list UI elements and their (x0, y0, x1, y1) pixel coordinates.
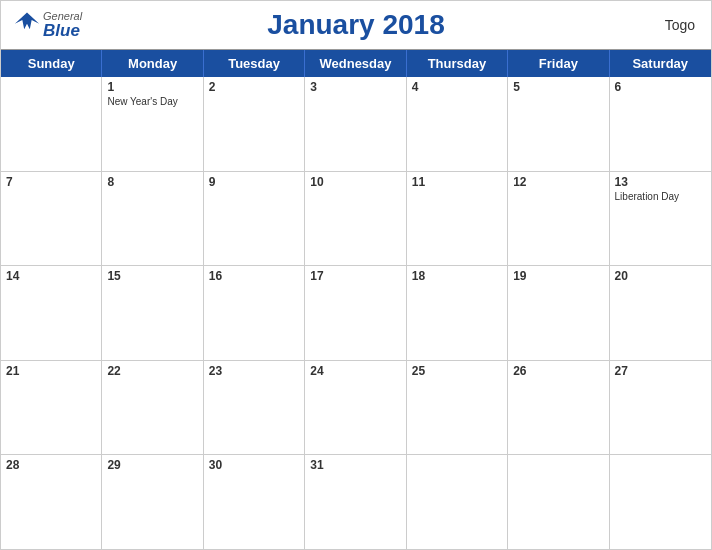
day-headers-row: SundayMondayTuesdayWednesdayThursdayFrid… (1, 50, 711, 77)
day-number: 5 (513, 80, 603, 94)
day-number: 10 (310, 175, 400, 189)
day-header-friday: Friday (508, 50, 609, 77)
day-cell: 10 (305, 172, 406, 266)
day-header-thursday: Thursday (407, 50, 508, 77)
day-cell: 1New Year's Day (102, 77, 203, 171)
day-cell: 29 (102, 455, 203, 549)
week-row-2: 14151617181920 (1, 266, 711, 361)
day-header-wednesday: Wednesday (305, 50, 406, 77)
calendar-grid: SundayMondayTuesdayWednesdayThursdayFrid… (1, 49, 711, 549)
day-number: 20 (615, 269, 706, 283)
day-cell: 26 (508, 361, 609, 455)
day-cell: 2 (204, 77, 305, 171)
day-header-saturday: Saturday (610, 50, 711, 77)
day-number: 23 (209, 364, 299, 378)
day-header-monday: Monday (102, 50, 203, 77)
bird-icon (13, 11, 41, 39)
day-cell: 22 (102, 361, 203, 455)
day-cell (407, 455, 508, 549)
day-number: 22 (107, 364, 197, 378)
day-number: 1 (107, 80, 197, 94)
day-number: 28 (6, 458, 96, 472)
day-cell: 15 (102, 266, 203, 360)
day-number: 16 (209, 269, 299, 283)
day-number: 21 (6, 364, 96, 378)
day-cell: 7 (1, 172, 102, 266)
day-cell: 30 (204, 455, 305, 549)
day-cell: 14 (1, 266, 102, 360)
day-number: 2 (209, 80, 299, 94)
day-cell: 4 (407, 77, 508, 171)
calendar-title: January 2018 (267, 9, 444, 41)
day-cell: 25 (407, 361, 508, 455)
day-cell: 11 (407, 172, 508, 266)
day-number: 29 (107, 458, 197, 472)
calendar-header: General Blue January 2018 Togo (1, 1, 711, 49)
day-cell: 5 (508, 77, 609, 171)
day-cell: 18 (407, 266, 508, 360)
day-number: 27 (615, 364, 706, 378)
day-number: 11 (412, 175, 502, 189)
day-cell: 23 (204, 361, 305, 455)
week-row-0: 1New Year's Day23456 (1, 77, 711, 172)
day-number: 31 (310, 458, 400, 472)
svg-marker-0 (15, 13, 39, 30)
day-cell (610, 455, 711, 549)
day-cell: 31 (305, 455, 406, 549)
day-cell: 6 (610, 77, 711, 171)
day-number: 19 (513, 269, 603, 283)
day-number: 30 (209, 458, 299, 472)
week-row-3: 21222324252627 (1, 361, 711, 456)
day-number: 15 (107, 269, 197, 283)
day-number: 12 (513, 175, 603, 189)
day-number: 7 (6, 175, 96, 189)
week-row-1: 78910111213Liberation Day (1, 172, 711, 267)
day-cell: 12 (508, 172, 609, 266)
day-cell: 24 (305, 361, 406, 455)
weeks-container: 1New Year's Day2345678910111213Liberatio… (1, 77, 711, 549)
day-cell: 8 (102, 172, 203, 266)
day-cell: 13Liberation Day (610, 172, 711, 266)
logo: General Blue (13, 10, 82, 41)
day-number: 25 (412, 364, 502, 378)
day-cell: 20 (610, 266, 711, 360)
day-number: 24 (310, 364, 400, 378)
day-number: 26 (513, 364, 603, 378)
day-number: 17 (310, 269, 400, 283)
day-number: 3 (310, 80, 400, 94)
day-cell (1, 77, 102, 171)
day-number: 6 (615, 80, 706, 94)
day-cell: 16 (204, 266, 305, 360)
day-cell (508, 455, 609, 549)
day-cell: 28 (1, 455, 102, 549)
holiday-name: New Year's Day (107, 96, 197, 108)
day-number: 14 (6, 269, 96, 283)
day-header-sunday: Sunday (1, 50, 102, 77)
day-cell: 3 (305, 77, 406, 171)
day-cell: 17 (305, 266, 406, 360)
calendar-page: General Blue January 2018 Togo SundayMon… (0, 0, 712, 550)
day-number: 8 (107, 175, 197, 189)
day-cell: 21 (1, 361, 102, 455)
logo-line2: Blue (43, 22, 82, 41)
day-number: 13 (615, 175, 706, 189)
week-row-4: 28293031 (1, 455, 711, 549)
day-number: 9 (209, 175, 299, 189)
day-number: 4 (412, 80, 502, 94)
day-cell: 19 (508, 266, 609, 360)
logo-text: General Blue (43, 10, 82, 41)
day-number: 18 (412, 269, 502, 283)
day-cell: 9 (204, 172, 305, 266)
country-label: Togo (665, 17, 695, 33)
holiday-name: Liberation Day (615, 191, 706, 203)
day-cell: 27 (610, 361, 711, 455)
day-header-tuesday: Tuesday (204, 50, 305, 77)
